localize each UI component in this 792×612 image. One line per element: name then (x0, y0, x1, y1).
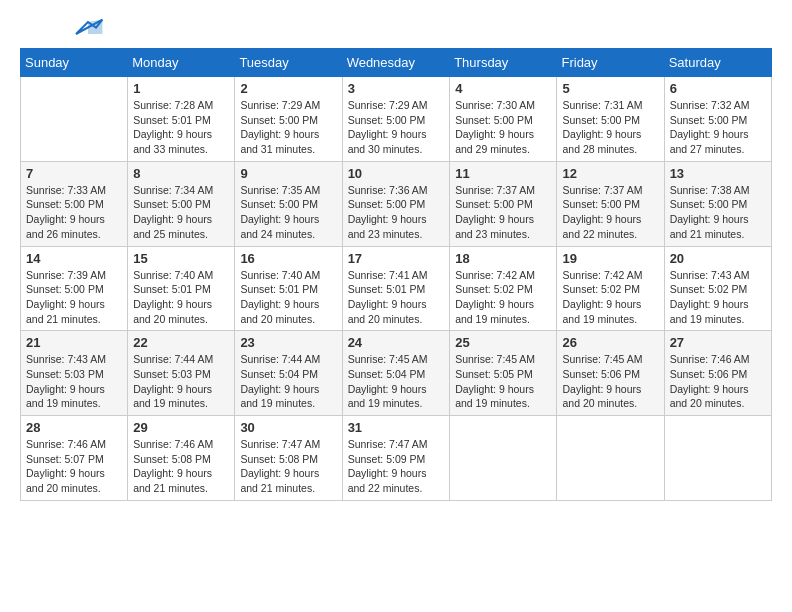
day-number: 17 (348, 251, 445, 266)
day-info: Sunrise: 7:38 AMSunset: 5:00 PMDaylight:… (670, 183, 766, 242)
day-number: 6 (670, 81, 766, 96)
day-info: Sunrise: 7:44 AMSunset: 5:03 PMDaylight:… (133, 352, 229, 411)
day-info: Sunrise: 7:32 AMSunset: 5:00 PMDaylight:… (670, 98, 766, 157)
calendar-cell (450, 416, 557, 501)
day-number: 23 (240, 335, 336, 350)
day-number: 4 (455, 81, 551, 96)
calendar-week-row: 7Sunrise: 7:33 AMSunset: 5:00 PMDaylight… (21, 161, 772, 246)
calendar-cell: 9Sunrise: 7:35 AMSunset: 5:00 PMDaylight… (235, 161, 342, 246)
calendar-cell: 1Sunrise: 7:28 AMSunset: 5:01 PMDaylight… (128, 77, 235, 162)
day-info: Sunrise: 7:39 AMSunset: 5:00 PMDaylight:… (26, 268, 122, 327)
weekday-header-sunday: Sunday (21, 49, 128, 77)
day-info: Sunrise: 7:46 AMSunset: 5:07 PMDaylight:… (26, 437, 122, 496)
day-number: 30 (240, 420, 336, 435)
calendar-table: SundayMondayTuesdayWednesdayThursdayFrid… (20, 48, 772, 501)
day-info: Sunrise: 7:45 AMSunset: 5:06 PMDaylight:… (562, 352, 658, 411)
day-info: Sunrise: 7:29 AMSunset: 5:00 PMDaylight:… (240, 98, 336, 157)
day-info: Sunrise: 7:44 AMSunset: 5:04 PMDaylight:… (240, 352, 336, 411)
day-number: 9 (240, 166, 336, 181)
day-number: 13 (670, 166, 766, 181)
day-info: Sunrise: 7:45 AMSunset: 5:05 PMDaylight:… (455, 352, 551, 411)
calendar-cell: 28Sunrise: 7:46 AMSunset: 5:07 PMDayligh… (21, 416, 128, 501)
day-number: 7 (26, 166, 122, 181)
day-info: Sunrise: 7:30 AMSunset: 5:00 PMDaylight:… (455, 98, 551, 157)
weekday-header-friday: Friday (557, 49, 664, 77)
calendar-cell: 21Sunrise: 7:43 AMSunset: 5:03 PMDayligh… (21, 331, 128, 416)
calendar-cell: 15Sunrise: 7:40 AMSunset: 5:01 PMDayligh… (128, 246, 235, 331)
day-number: 1 (133, 81, 229, 96)
calendar-cell (664, 416, 771, 501)
calendar-cell: 19Sunrise: 7:42 AMSunset: 5:02 PMDayligh… (557, 246, 664, 331)
day-number: 24 (348, 335, 445, 350)
day-number: 19 (562, 251, 658, 266)
day-number: 18 (455, 251, 551, 266)
day-number: 16 (240, 251, 336, 266)
day-info: Sunrise: 7:46 AMSunset: 5:06 PMDaylight:… (670, 352, 766, 411)
day-number: 15 (133, 251, 229, 266)
calendar-cell: 24Sunrise: 7:45 AMSunset: 5:04 PMDayligh… (342, 331, 450, 416)
day-number: 2 (240, 81, 336, 96)
day-number: 8 (133, 166, 229, 181)
day-number: 27 (670, 335, 766, 350)
day-info: Sunrise: 7:42 AMSunset: 5:02 PMDaylight:… (455, 268, 551, 327)
calendar-cell: 29Sunrise: 7:46 AMSunset: 5:08 PMDayligh… (128, 416, 235, 501)
day-number: 31 (348, 420, 445, 435)
day-info: Sunrise: 7:37 AMSunset: 5:00 PMDaylight:… (562, 183, 658, 242)
svg-marker-1 (88, 20, 102, 34)
day-info: Sunrise: 7:40 AMSunset: 5:01 PMDaylight:… (240, 268, 336, 327)
day-info: Sunrise: 7:36 AMSunset: 5:00 PMDaylight:… (348, 183, 445, 242)
day-info: Sunrise: 7:47 AMSunset: 5:09 PMDaylight:… (348, 437, 445, 496)
day-number: 22 (133, 335, 229, 350)
calendar-cell: 16Sunrise: 7:40 AMSunset: 5:01 PMDayligh… (235, 246, 342, 331)
weekday-header-thursday: Thursday (450, 49, 557, 77)
day-info: Sunrise: 7:29 AMSunset: 5:00 PMDaylight:… (348, 98, 445, 157)
weekday-header-monday: Monday (128, 49, 235, 77)
calendar-header-row: SundayMondayTuesdayWednesdayThursdayFrid… (21, 49, 772, 77)
day-number: 21 (26, 335, 122, 350)
day-number: 26 (562, 335, 658, 350)
day-number: 11 (455, 166, 551, 181)
day-info: Sunrise: 7:28 AMSunset: 5:01 PMDaylight:… (133, 98, 229, 157)
calendar-cell: 8Sunrise: 7:34 AMSunset: 5:00 PMDaylight… (128, 161, 235, 246)
calendar-cell: 10Sunrise: 7:36 AMSunset: 5:00 PMDayligh… (342, 161, 450, 246)
calendar-cell: 14Sunrise: 7:39 AMSunset: 5:00 PMDayligh… (21, 246, 128, 331)
calendar-cell: 5Sunrise: 7:31 AMSunset: 5:00 PMDaylight… (557, 77, 664, 162)
calendar-cell: 31Sunrise: 7:47 AMSunset: 5:09 PMDayligh… (342, 416, 450, 501)
calendar-cell: 2Sunrise: 7:29 AMSunset: 5:00 PMDaylight… (235, 77, 342, 162)
calendar-cell (21, 77, 128, 162)
day-info: Sunrise: 7:31 AMSunset: 5:00 PMDaylight:… (562, 98, 658, 157)
weekday-header-saturday: Saturday (664, 49, 771, 77)
calendar-cell: 22Sunrise: 7:44 AMSunset: 5:03 PMDayligh… (128, 331, 235, 416)
day-number: 5 (562, 81, 658, 96)
logo-icon (72, 18, 104, 38)
day-number: 20 (670, 251, 766, 266)
day-number: 28 (26, 420, 122, 435)
weekday-header-tuesday: Tuesday (235, 49, 342, 77)
day-info: Sunrise: 7:43 AMSunset: 5:03 PMDaylight:… (26, 352, 122, 411)
day-number: 10 (348, 166, 445, 181)
calendar-week-row: 28Sunrise: 7:46 AMSunset: 5:07 PMDayligh… (21, 416, 772, 501)
day-info: Sunrise: 7:42 AMSunset: 5:02 PMDaylight:… (562, 268, 658, 327)
day-info: Sunrise: 7:33 AMSunset: 5:00 PMDaylight:… (26, 183, 122, 242)
day-number: 25 (455, 335, 551, 350)
day-number: 29 (133, 420, 229, 435)
day-info: Sunrise: 7:46 AMSunset: 5:08 PMDaylight:… (133, 437, 229, 496)
calendar-cell: 7Sunrise: 7:33 AMSunset: 5:00 PMDaylight… (21, 161, 128, 246)
calendar-cell: 30Sunrise: 7:47 AMSunset: 5:08 PMDayligh… (235, 416, 342, 501)
calendar-week-row: 21Sunrise: 7:43 AMSunset: 5:03 PMDayligh… (21, 331, 772, 416)
day-number: 14 (26, 251, 122, 266)
calendar-cell (557, 416, 664, 501)
calendar-cell: 3Sunrise: 7:29 AMSunset: 5:00 PMDaylight… (342, 77, 450, 162)
day-info: Sunrise: 7:45 AMSunset: 5:04 PMDaylight:… (348, 352, 445, 411)
day-info: Sunrise: 7:40 AMSunset: 5:01 PMDaylight:… (133, 268, 229, 327)
page-header (20, 20, 772, 38)
calendar-cell: 6Sunrise: 7:32 AMSunset: 5:00 PMDaylight… (664, 77, 771, 162)
day-info: Sunrise: 7:37 AMSunset: 5:00 PMDaylight:… (455, 183, 551, 242)
calendar-week-row: 14Sunrise: 7:39 AMSunset: 5:00 PMDayligh… (21, 246, 772, 331)
calendar-cell: 17Sunrise: 7:41 AMSunset: 5:01 PMDayligh… (342, 246, 450, 331)
calendar-week-row: 1Sunrise: 7:28 AMSunset: 5:01 PMDaylight… (21, 77, 772, 162)
day-info: Sunrise: 7:35 AMSunset: 5:00 PMDaylight:… (240, 183, 336, 242)
day-info: Sunrise: 7:34 AMSunset: 5:00 PMDaylight:… (133, 183, 229, 242)
calendar-cell: 13Sunrise: 7:38 AMSunset: 5:00 PMDayligh… (664, 161, 771, 246)
calendar-cell: 12Sunrise: 7:37 AMSunset: 5:00 PMDayligh… (557, 161, 664, 246)
